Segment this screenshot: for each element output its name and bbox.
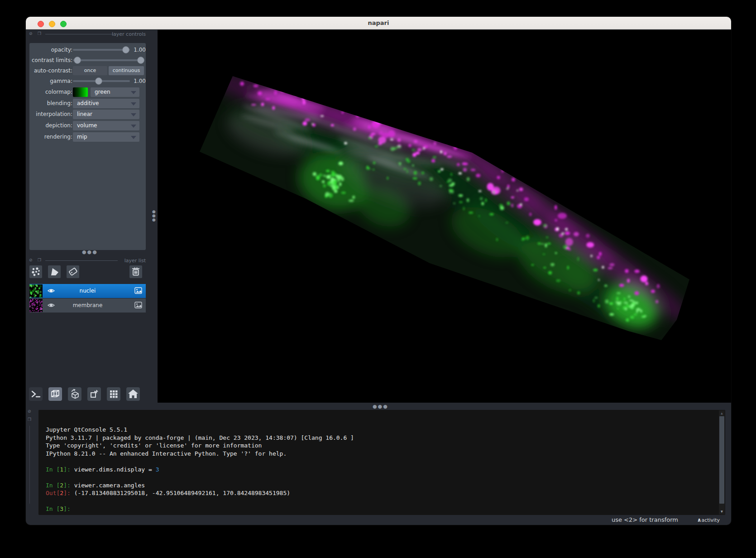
- panel-resize-handle[interactable]: ●●●: [82, 249, 98, 255]
- rendering-label: rendering:: [26, 134, 72, 140]
- layer-controls-title: layer controls: [112, 31, 146, 37]
- chevron-down-icon: [131, 91, 136, 94]
- roll-cube-icon: [68, 387, 81, 401]
- image-layer-icon: [134, 302, 142, 308]
- ndisplay-toggle-button[interactable]: [48, 387, 62, 401]
- activity-button[interactable]: ∧activity: [697, 516, 720, 523]
- new-points-layer-button[interactable]: [29, 265, 42, 278]
- volume-rendering-worm: [158, 30, 731, 403]
- float-dock-icon[interactable]: ❐: [38, 31, 41, 36]
- scroll-up-icon[interactable]: ▲: [719, 411, 725, 415]
- membrane-thumbnail: [29, 299, 43, 312]
- status-bar: use <2> for transform ∧activity: [26, 515, 731, 525]
- layer-list-title: layer list: [124, 258, 146, 264]
- transpose-dimensions-button[interactable]: [87, 387, 101, 401]
- interpolation-row: interpolation: linear: [29, 110, 146, 119]
- new-labels-layer-button[interactable]: [67, 265, 79, 278]
- interpolation-label: interpolation:: [26, 111, 72, 117]
- contrast-high-handle[interactable]: [137, 57, 144, 64]
- blending-dropdown[interactable]: additive: [73, 99, 139, 108]
- blending-label: blending:: [26, 100, 72, 106]
- points-icon: [29, 265, 42, 278]
- colormap-label: colormap:: [26, 89, 72, 95]
- interpolation-value: linear: [77, 111, 92, 117]
- console-scrollbar[interactable]: ▲ ▼: [719, 410, 725, 515]
- console-icon: [29, 387, 43, 401]
- colormap-dropdown[interactable]: green: [91, 87, 139, 97]
- jupyter-qtconsole[interactable]: Jupyter QtConsole 5.5.1Python 3.11.7 | p…: [38, 410, 725, 515]
- contrast-low-handle[interactable]: [74, 57, 81, 64]
- opacity-row: opacity: 1.00: [29, 45, 146, 54]
- scroll-down-icon[interactable]: ▼: [719, 510, 725, 514]
- gamma-value: 1.00: [130, 78, 146, 84]
- colormap-gradient-swatch: [73, 87, 88, 97]
- hide-dock-icon[interactable]: ⊘: [29, 31, 33, 36]
- hide-dock-icon[interactable]: ⊘: [29, 258, 33, 262]
- chevron-down-icon: [131, 102, 136, 106]
- hide-dock-icon[interactable]: ⊘: [28, 409, 31, 414]
- labels-icon: [67, 265, 79, 278]
- blending-value: additive: [77, 100, 99, 106]
- roll-dimensions-button[interactable]: [68, 387, 81, 401]
- rendering-dropdown[interactable]: mip: [73, 132, 139, 142]
- layer-name: nuclei: [48, 288, 128, 294]
- titlebar[interactable]: napari: [26, 17, 731, 29]
- chevron-down-icon: [131, 136, 136, 139]
- dock-splitter-handle[interactable]: ●●●: [152, 210, 155, 222]
- trash-icon: [129, 265, 142, 278]
- contrast-limits-label: contrast limits:: [26, 57, 72, 63]
- transform-hint: use <2> for transform: [612, 516, 678, 523]
- rendering-value: mip: [77, 134, 87, 140]
- grid-view-button[interactable]: [107, 387, 120, 401]
- float-dock-icon[interactable]: ❐: [28, 417, 31, 422]
- auto-contrast-continuous-button[interactable]: continuous: [109, 66, 144, 75]
- contrast-limits-row: contrast limits:: [29, 56, 146, 65]
- home-reset-view-button[interactable]: [126, 387, 140, 401]
- dock-divider: [29, 426, 30, 504]
- chevron-down-icon: [131, 113, 136, 116]
- auto-contrast-once-button[interactable]: once: [73, 66, 107, 75]
- console-splitter-handle[interactable]: ●●●: [373, 404, 388, 409]
- image-layer-icon: [134, 287, 142, 294]
- layer-controls-panel: opacity: 1.00 contrast limits: auto-cont…: [29, 43, 146, 250]
- transpose-icon: [87, 387, 101, 401]
- viewer-canvas[interactable]: [158, 30, 731, 403]
- opacity-label: opacity:: [26, 47, 72, 53]
- nuclei-thumbnail: [29, 284, 43, 298]
- float-dock-icon[interactable]: ❐: [38, 258, 41, 262]
- napari-window: napari ⊘ ❐ layer controls opacity: 1.00 …: [26, 17, 731, 525]
- depiction-row: depiction: volume: [29, 121, 146, 130]
- opacity-value: 1.00: [130, 47, 146, 53]
- new-shapes-layer-button[interactable]: [48, 265, 61, 278]
- layer-controls-dock-header: ⊘ ❐ layer controls: [29, 31, 146, 37]
- colormap-row: colormap: green: [29, 87, 146, 96]
- gamma-row: gamma: 1.00: [29, 77, 146, 86]
- grid-icon: [107, 387, 120, 401]
- interpolation-dropdown[interactable]: linear: [73, 110, 139, 119]
- chevron-up-icon: ∧: [697, 517, 702, 523]
- window-title: napari: [26, 19, 731, 26]
- layer-row-nuclei[interactable]: nuclei: [29, 284, 146, 298]
- console-button[interactable]: [29, 387, 43, 401]
- blending-row: blending: additive: [29, 99, 146, 108]
- contrast-limits-slider[interactable]: [73, 59, 144, 61]
- shapes-icon: [48, 265, 61, 278]
- auto-contrast-label: auto-contrast:: [26, 67, 72, 74]
- auto-contrast-row: auto-contrast: once continuous: [29, 66, 146, 75]
- opacity-slider-handle[interactable]: [122, 46, 129, 53]
- rendering-row: rendering: mip: [29, 132, 146, 141]
- chevron-down-icon: [131, 125, 136, 128]
- layer-row-membrane[interactable]: membrane: [29, 298, 146, 313]
- layer-name: membrane: [48, 302, 128, 308]
- home-icon: [126, 387, 140, 401]
- gamma-label: gamma:: [26, 78, 72, 84]
- depiction-dropdown[interactable]: volume: [73, 121, 139, 130]
- opacity-slider[interactable]: [73, 49, 130, 51]
- gamma-slider-handle[interactable]: [95, 77, 102, 85]
- scrollbar-handle[interactable]: [719, 416, 724, 504]
- delete-layer-button[interactable]: [129, 265, 142, 278]
- layer-list-dock-header: ⊘ ❐ layer list: [29, 258, 146, 263]
- depiction-label: depiction:: [26, 122, 72, 129]
- cube-3d-icon: [48, 387, 62, 401]
- colormap-value: green: [95, 89, 110, 95]
